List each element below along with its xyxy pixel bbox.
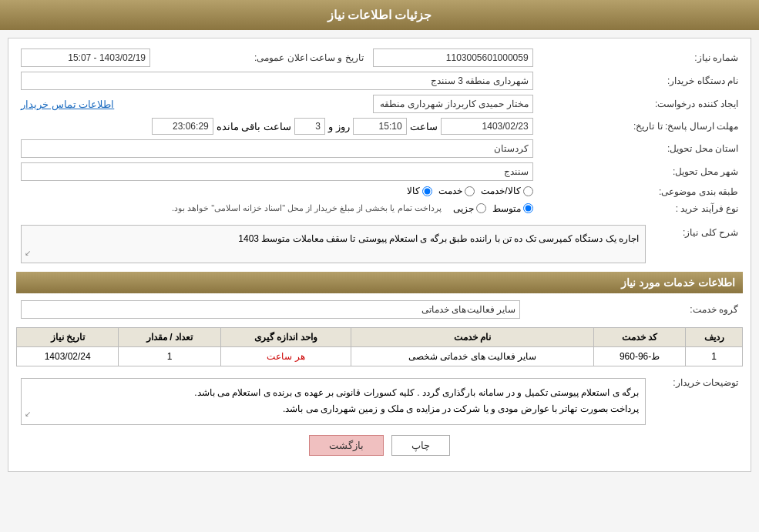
table-row: 1 ط-96-960 سایر فعالیت های خدماتی شخصی ه… [17, 346, 743, 366]
buyer-notes-label: توضیحات خریدار: [650, 373, 743, 427]
deadline-date-input [441, 118, 533, 135]
cell-quantity-1: 1 [119, 346, 220, 366]
cell-unit-1: هر ساعت [220, 346, 351, 366]
creator-input [373, 95, 533, 113]
deadline-days-label: روز و [328, 121, 350, 132]
col-name: نام خدمت [351, 327, 594, 346]
page-title: جزئیات اطلاعات نیاز [0, 0, 759, 30]
creator-label: ایجاد کننده درخواست: [538, 92, 743, 115]
back-button[interactable]: بازگشت [309, 435, 384, 456]
deadline-days-input [294, 118, 325, 135]
deadline-remaining-input [152, 118, 213, 135]
radio-khadamat[interactable]: خدمت [438, 186, 475, 196]
col-quantity: تعداد / مقدار [119, 327, 220, 346]
deadline-time-label: ساعت [410, 121, 438, 132]
col-row: ردیف [686, 327, 743, 346]
buyer-notes-line1: برگه ی استعلام پیوستی تکمیل و در سامانه … [28, 385, 639, 402]
buyer-notes-box: برگه ی استعلام پیوستی تکمیل و در سامانه … [21, 378, 646, 425]
province-input [21, 139, 533, 158]
need-number-label: شماره نیاز: [538, 46, 743, 69]
col-code: کد خدمت [593, 327, 685, 346]
need-description-text: اجاره یک دستگاه کمپرسی تک ده تن با رانند… [238, 233, 639, 244]
col-date: تاریخ نیاز [17, 327, 119, 346]
col-unit: واحد اندازه گیری [220, 327, 351, 346]
radio-jazzi[interactable]: جزیی [453, 203, 486, 214]
announce-datetime-input [21, 49, 150, 67]
radio-mootavat[interactable]: متوسط [492, 203, 533, 214]
buyer-org-label: نام دستگاه خریدار: [538, 69, 743, 92]
cell-date-1: 1403/02/24 [17, 346, 119, 366]
need-description-box: اجاره یک دستگاه کمپرسی تک ده تن با رانند… [21, 225, 646, 263]
service-group-input [21, 300, 520, 319]
process-label: نوع فرآیند خرید : [538, 201, 743, 216]
services-section-title: اطلاعات خدمات مورد نیاز [16, 272, 743, 293]
cell-code-1: ط-96-960 [593, 346, 685, 366]
deadline-label: مهلت ارسال پاسخ: تا تاریخ: [538, 115, 743, 137]
print-button[interactable]: چاپ [391, 435, 450, 456]
services-table: ردیف کد خدمت نام خدمت واحد اندازه گیری ت… [16, 327, 743, 366]
deadline-time-input [353, 118, 407, 135]
radio-kala[interactable]: کالا [407, 186, 432, 196]
buyer-notes-line2: پرداخت بصورت تهاتر با عوارض مودی و یا شر… [28, 401, 639, 418]
cell-row-1: 1 [686, 346, 743, 366]
radio-kala-khadamat[interactable]: کالا/خدمت [481, 186, 532, 196]
announce-datetime-label: تاریخ و ساعت اعلان عمومی: [155, 46, 368, 69]
deadline-remaining-label: ساعت باقی مانده [217, 121, 291, 132]
province-label: استان محل تحویل: [538, 137, 743, 160]
need-description-label: شرح کلی نیاز: [650, 223, 743, 266]
buyer-org-input [21, 72, 533, 90]
need-number-input[interactable] [373, 49, 533, 67]
city-label: شهر محل تحویل: [538, 160, 743, 183]
process-note: پرداخت تمام یا بخشی از مبلغ خریدار از مح… [172, 203, 442, 213]
buyer-contact-link[interactable]: اطلاعات تماس خریدار [21, 99, 114, 110]
service-group-label: گروه خدمت: [525, 298, 743, 321]
cell-name-1: سایر فعالیت های خدماتی شخصی [351, 346, 594, 366]
city-input [21, 162, 533, 181]
category-label: طبقه بندی موضوعی: [538, 183, 743, 201]
